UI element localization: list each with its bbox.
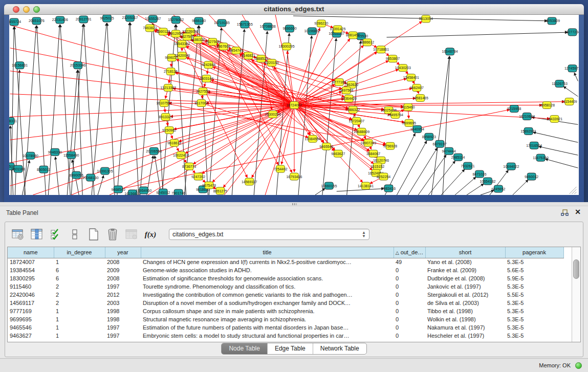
- zoom-window-button[interactable]: [33, 6, 40, 13]
- network-node-label: 9245012: [156, 191, 170, 194]
- network-node-label: 9115460: [401, 105, 415, 109]
- table-row[interactable]: 1830029562008Estimation of significance …: [8, 274, 563, 282]
- table-vertical-scrollbar[interactable]: [572, 247, 580, 342]
- fx-icon: f(x): [145, 230, 157, 239]
- network-node-label: 16120746: [373, 159, 389, 162]
- table-chooser-value: citations_edges.txt: [172, 231, 362, 238]
- table-chooser-dropdown[interactable]: citations_edges.txt ▲▼: [169, 229, 369, 240]
- select-checks-button[interactable]: [48, 227, 63, 242]
- table-row[interactable]: 969969511998Structural magnetic resonanc…: [8, 315, 563, 323]
- network-node-label: 12745971: [564, 67, 579, 70]
- minimize-window-button[interactable]: [23, 6, 30, 13]
- network-node-label: 10391425: [330, 27, 345, 31]
- panel-splitter[interactable]: [0, 202, 588, 206]
- column-header-pagerank[interactable]: pagerank: [505, 247, 563, 258]
- table-row[interactable]: 2242004622012Investigating the contribut…: [8, 291, 563, 299]
- window-titlebar[interactable]: citations_edges.txt: [4, 4, 584, 15]
- trash-button[interactable]: [105, 227, 120, 242]
- tab-network-table[interactable]: Network Table: [313, 343, 366, 354]
- network-node-label: 18724007: [286, 103, 302, 107]
- table-row[interactable]: 946362711997Embryonic stem cells: a mode…: [8, 332, 563, 340]
- network-node-label: 16210643: [519, 115, 535, 118]
- close-window-button[interactable]: [13, 6, 19, 13]
- network-node-label: 10078980: [23, 154, 38, 158]
- table-options-button[interactable]: [10, 227, 26, 242]
- network-node-label: 18156831: [12, 63, 28, 67]
- function-builder-button[interactable]: f(x): [143, 227, 158, 242]
- network-node-label: 10654182: [480, 180, 495, 183]
- network-node-label: 9886600: [282, 27, 296, 30]
- network-node-label: 8215958: [507, 107, 521, 111]
- network-node-label: 18277234: [564, 30, 579, 34]
- row-height-button[interactable]: [67, 227, 82, 242]
- network-node-label: 5327508: [206, 40, 220, 43]
- dropdown-spinner-icon: ▲▼: [362, 231, 366, 238]
- network-node-label: 16648784: [442, 50, 458, 53]
- column-header-title[interactable]: title: [141, 247, 394, 258]
- network-node-label: 7986322: [346, 108, 360, 112]
- canvas-resize-grip-icon[interactable]: [572, 189, 576, 194]
- network-node-label: 9025025: [100, 16, 114, 20]
- network-node-label: 7932621: [461, 164, 474, 168]
- network-node-label: 18433921: [547, 117, 562, 121]
- column-header-out_de[interactable]: △out_de…: [394, 247, 425, 258]
- tab-node-table[interactable]: Node Table: [222, 343, 268, 354]
- table-row[interactable]: 946554611997Estimation of the future num…: [8, 323, 563, 332]
- column-header-name[interactable]: name: [8, 247, 54, 258]
- network-node-label: 19384554: [304, 137, 320, 141]
- table-row[interactable]: 911546021997Tourette syndrome. Phenomeno…: [8, 282, 563, 291]
- network-node-label: 10660155: [321, 184, 337, 188]
- network-node-label: 20153346: [70, 63, 86, 67]
- scrollbar-thumb[interactable]: [573, 259, 579, 279]
- network-node-label: 7463822: [143, 26, 157, 30]
- network-node-label: 1615152: [371, 165, 384, 168]
- network-node-label: 11675350: [533, 156, 549, 160]
- network-node-label: 22031406: [52, 18, 68, 21]
- float-panel-icon[interactable]: [561, 209, 569, 216]
- network-node-label: 6497568: [339, 89, 353, 92]
- network-node-label: 14138141: [358, 184, 374, 188]
- delete-table-button[interactable]: [124, 227, 139, 242]
- network-node-label: 9146821: [242, 54, 255, 57]
- network-node-label: 8454749: [229, 49, 243, 52]
- network-node-label: 11026753: [552, 82, 568, 85]
- network-node-label: 7462620: [344, 83, 358, 86]
- network-node-label: 2803144: [200, 77, 213, 80]
- table-scroller[interactable]: namein_degreeyeartitle△out_de…shortpager…: [8, 247, 572, 342]
- show-columns-button[interactable]: [29, 227, 45, 242]
- network-node-label: 18300295: [279, 45, 295, 48]
- network-node-label: 6879197: [433, 142, 447, 146]
- network-node-label: 20651076: [29, 19, 45, 23]
- column-header-short[interactable]: short: [425, 247, 505, 258]
- network-node-label: 7254402: [274, 167, 288, 171]
- canvas-resize-grip-icon[interactable]: [574, 192, 576, 194]
- network-node-label: 15276062: [168, 18, 184, 21]
- network-node-label: 10022418: [173, 154, 189, 157]
- network-node-label: 10430203: [395, 66, 411, 70]
- network-node-label: 9465546: [319, 145, 333, 148]
- network-node-label: 1640954: [410, 127, 424, 131]
- network-node-label: 9886612: [360, 40, 374, 44]
- column-header-year[interactable]: year: [105, 247, 141, 258]
- column-header-in_degree[interactable]: in_degree: [54, 247, 105, 258]
- network-node-label: 10655287: [145, 17, 161, 20]
- network-node-label: 17016504: [526, 144, 542, 147]
- table-row[interactable]: 1938455462009Genome-wide association stu…: [8, 266, 563, 274]
- network-canvas[interactable]: 9455724206510762203140620912791902502521…: [9, 15, 579, 195]
- new-column-button[interactable]: [86, 227, 101, 242]
- network-node-label: 8081458: [346, 33, 360, 37]
- table-row[interactable]: 1872400712008Changes of HCN gene express…: [8, 258, 563, 266]
- network-node-label: 9618618: [167, 141, 181, 145]
- network-node-label: 9756928: [383, 144, 397, 148]
- table-row[interactable]: 1456911722003Disruption of a novel membe…: [8, 299, 563, 307]
- network-node-label: 20364420: [341, 97, 357, 100]
- memory-status-label: Memory: OK: [539, 359, 571, 372]
- close-panel-icon[interactable]: ✕: [575, 208, 581, 216]
- network-node-label: 23226058: [182, 30, 198, 33]
- network-node-label: 8651275: [213, 189, 227, 193]
- table-row[interactable]: 977716911998Corpus callosum shape and si…: [8, 307, 563, 315]
- network-node-label: 7983416: [382, 187, 396, 190]
- network-node-label: 10718861: [373, 48, 389, 51]
- network-node-label: 8505011: [37, 168, 51, 171]
- tab-edge-table[interactable]: Edge Table: [268, 343, 313, 354]
